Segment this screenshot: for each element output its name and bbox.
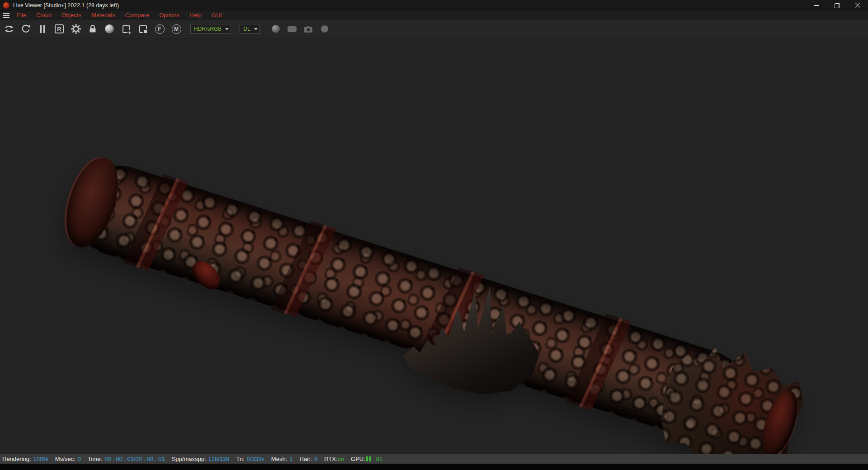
render-mode-value: DL [243,26,250,32]
pick-region-button[interactable] [137,23,148,35]
status-rtx: RTX: on [324,456,344,462]
square-plus-icon [123,25,130,33]
restart-render-button[interactable] [4,23,14,35]
material-picker-icon: M [172,24,181,34]
status-tri-value: 0/333k [247,456,264,462]
status-tri-label: Tri: [236,456,245,462]
render-target-button[interactable] [319,23,330,35]
menu-item-compare[interactable]: Compare [120,11,154,20]
status-mesh-label: Mesh: [271,456,287,462]
status-rendering-label: Rendering: [2,456,31,462]
status-gpu: GPU: 81 [351,456,382,462]
minimize-icon [814,5,819,5]
titlebar: Live Viewer [Studio+] 2022.1 (28 days le… [0,0,868,11]
status-mesh-value: 1 [289,456,292,462]
minimize-button[interactable] [806,0,826,11]
colorspace-dropdown[interactable]: HDR/sRGB [190,24,231,34]
pause-icon [40,25,45,33]
status-spp: Spp/maxspp: 128/128 [172,456,230,462]
menu-item-objects[interactable]: Objects [57,11,86,20]
circle-icon [321,25,328,33]
material-picker-button[interactable]: M [171,23,182,35]
render-mode-dropdown[interactable]: DL [240,24,259,34]
status-gpu-value: 81 [376,456,382,462]
chevron-down-icon [225,28,229,30]
chevron-down-icon [254,28,258,30]
status-time: Time: 00 : 00 : 01/00 : 00 : 01 [88,456,165,462]
camera-button[interactable] [303,23,314,35]
restart-icon [4,24,14,34]
status-spp-label: Spp/maxspp: [172,456,206,462]
status-mesh: Mesh: 1 [271,456,293,462]
status-spp-value: 128/128 [208,456,230,462]
status-time-label: Time: [88,456,102,462]
sphere-disabled-icon [272,25,280,33]
gear-icon [71,24,81,34]
sphere-icon [105,24,114,33]
window-controls [806,0,868,11]
app-icon [3,2,9,9]
sphere-preview-button[interactable] [270,23,281,35]
menu-item-file[interactable]: File [12,11,31,20]
disabled-tool-group [270,23,330,35]
status-hair-label: Hair: [300,456,312,462]
square-badge-icon [139,25,147,33]
film-settings-button[interactable] [287,23,297,35]
settings-button[interactable] [71,23,81,35]
status-hair: Hair: 0 [300,456,318,462]
gpu-usage-bars [366,456,371,461]
status-rendering-value: 100% [33,456,48,462]
status-rtx-value: on [338,456,344,462]
hamburger-menu-icon[interactable] [0,11,12,20]
live-viewer-window: Live Viewer [Studio+] 2022.1 (28 days le… [0,0,868,470]
refresh-button[interactable] [20,23,31,35]
status-mssec-label: Ms/sec: [55,456,75,462]
close-icon [855,3,860,8]
menu-item-gui[interactable]: GUI [207,11,227,20]
status-rtx-label: RTX: [324,456,337,462]
film-icon [288,26,297,32]
status-tri: Tri: 0/333k [236,456,264,462]
status-bar: Rendering: 100% Ms/sec: 0 Time: 00 : 00 … [0,454,868,464]
menu-item-options[interactable]: Options [154,11,184,20]
lock-icon [87,24,98,34]
menu-item-materials[interactable]: Materials [86,11,120,20]
render-viewport[interactable] [0,38,868,454]
focus-picker-button[interactable]: F [154,23,165,35]
status-rendering: Rendering: 100% [2,456,48,462]
menu-item-help[interactable]: Help [184,11,207,20]
clay-mode-button[interactable] [104,23,115,35]
rendered-object [57,146,803,454]
menubar: File Cloud Objects Materials Compare Opt… [0,11,868,20]
add-region-button[interactable] [121,23,132,35]
pause-button[interactable] [37,23,48,35]
focus-picker-icon: F [155,24,165,34]
camera-icon [303,24,314,34]
taskbar-strip [0,464,868,470]
reset-r-icon: R [55,24,64,33]
restore-icon [835,3,840,8]
status-hair-value: 0 [314,456,317,462]
menu-item-cloud[interactable]: Cloud [31,11,57,20]
reset-button[interactable]: R [54,23,65,35]
colorspace-value: HDR/sRGB [194,26,222,32]
window-title: Live Viewer [Studio+] 2022.1 (28 days le… [13,2,119,9]
restore-button[interactable] [826,0,847,11]
lock-button[interactable] [87,23,98,35]
status-mssec-value: 0 [78,456,81,462]
toolbar: R [0,20,868,38]
status-mssec: Ms/sec: 0 [55,456,81,462]
status-gpu-label: GPU: [351,456,365,462]
status-time-value: 00 : 00 : 01/00 : 00 : 01 [104,456,165,462]
refresh-icon [20,24,31,34]
staff-spiral-ribbon [61,151,761,454]
close-button[interactable] [847,0,868,11]
